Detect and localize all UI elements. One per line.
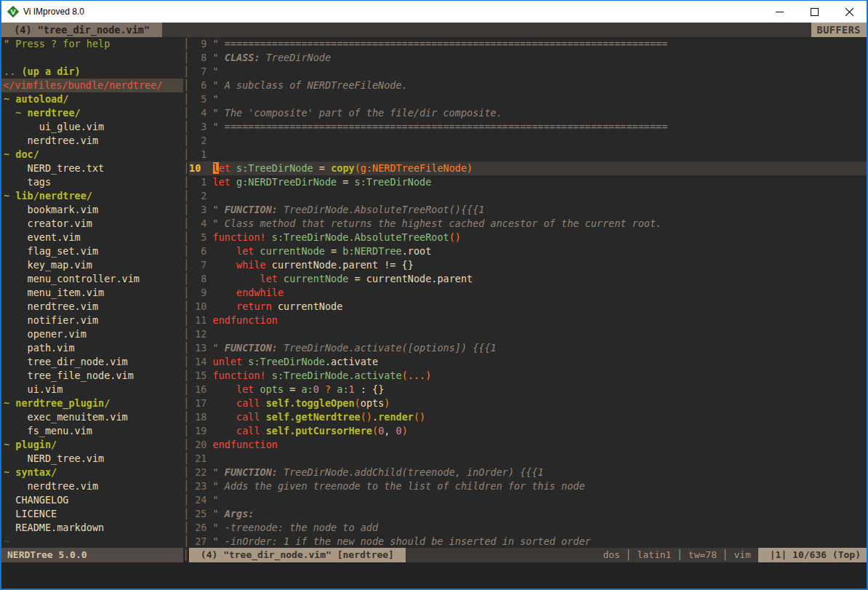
code-line[interactable]: 4 " Class method that returns the highes… bbox=[189, 217, 867, 231]
code-line[interactable]: 2 bbox=[189, 134, 867, 148]
tree-item-readme-markdown[interactable]: README.markdown bbox=[1, 521, 183, 535]
separator-glyph: │ bbox=[183, 383, 189, 396]
tree-item-path-vim[interactable]: path.vim bbox=[1, 341, 183, 355]
tree-item-changelog[interactable]: CHANGELOG bbox=[1, 493, 183, 507]
code-line[interactable]: 20 endfunction bbox=[189, 438, 867, 452]
tree-item-creator-vim[interactable]: creator.vim bbox=[1, 217, 183, 231]
code-line[interactable]: 5 " bbox=[189, 92, 867, 106]
code-line[interactable]: 8 let currentNode = currentNode.parent bbox=[189, 272, 867, 286]
code-line[interactable]: 14 unlet s:TreeDirNode.activate bbox=[189, 355, 867, 369]
code-line[interactable]: 24 " bbox=[189, 493, 867, 507]
tree-item-autoload-nerdtree[interactable]: ~ nerdtree/ bbox=[1, 106, 183, 120]
tree-root-path[interactable]: </vimfiles/bundle/nerdtree/ bbox=[1, 79, 183, 92]
separator-glyph: │ bbox=[183, 396, 189, 410]
code-line[interactable]: 13 " FUNCTION: TreeDirNode.activate([opt… bbox=[189, 341, 867, 355]
code-line[interactable]: 7 while currentNode.parent != {} bbox=[189, 258, 867, 272]
code-line[interactable]: 18 call self.getNerdtree().render() bbox=[189, 410, 867, 424]
minimize-button[interactable] bbox=[762, 1, 797, 23]
text-segment bbox=[266, 231, 272, 243]
tree-item-lib-nerdtree[interactable]: ~ lib/nerdtree/ bbox=[1, 189, 183, 203]
tree-item-ui-vim[interactable]: ui.vim bbox=[1, 383, 183, 396]
code-line[interactable]: 21 bbox=[189, 452, 867, 466]
text-segment: FUNCTION: bbox=[225, 466, 284, 478]
text-segment: plugin/ bbox=[15, 439, 57, 450]
tree-item-opener-vim[interactable]: opener.vim bbox=[1, 327, 183, 341]
code-line[interactable]: 1 let g:NERDTreeDirNode = s:TreeDirNode bbox=[189, 175, 867, 189]
code-line[interactable]: 9 " ====================================… bbox=[189, 37, 867, 51]
vim-window: V Vi IMproved 8.0 (4) "tree_dir_node.vim… bbox=[0, 0, 868, 590]
tree-item-flag-set-vim[interactable]: flag_set.vim bbox=[1, 244, 183, 258]
tree-item-doc[interactable]: ~ doc/ bbox=[1, 148, 183, 162]
tree-item-tags[interactable]: tags bbox=[1, 175, 183, 189]
code-line[interactable]: 17 call self.toggleOpen(opts) bbox=[189, 396, 867, 410]
code-line-current[interactable]: 10 let s:TreeDirNode = copy(g:NERDTreeFi… bbox=[189, 162, 867, 175]
command-line[interactable] bbox=[1, 562, 867, 589]
tree-item-event-vim[interactable]: event.vim bbox=[1, 231, 183, 244]
code-line[interactable]: 25 " Args: bbox=[189, 507, 867, 521]
text-segment: ui_glue.vim bbox=[4, 121, 104, 132]
text-segment bbox=[230, 176, 236, 188]
main-area: " Press ? for help.. (up a dir)</vimfile… bbox=[1, 37, 867, 548]
code-line[interactable]: 12 bbox=[189, 327, 867, 341]
code-line[interactable]: 11 endfunction bbox=[189, 314, 867, 327]
code-line[interactable]: 16 let opts = a:0 ? a:1 : {} bbox=[189, 383, 867, 396]
code-line[interactable]: 15 function! s:TreeDirNode.activate(...) bbox=[189, 369, 867, 383]
tab-active-tree-dir-node[interactable]: (4) "tree_dir_node.vim" bbox=[1, 23, 162, 37]
tree-item-tree-file-node-vim[interactable]: tree_file_node.vim bbox=[1, 369, 183, 383]
text-segment: ~ bbox=[4, 148, 15, 160]
tree-item-autoload[interactable]: ~ autoload/ bbox=[1, 92, 183, 106]
tree-item-notifier-vim[interactable]: notifier.vim bbox=[1, 314, 183, 327]
tree-item-plugin[interactable]: ~ plugin/ bbox=[1, 438, 183, 452]
tree-item-nerdtree-vim-lib[interactable]: nerdtree.vim bbox=[1, 300, 183, 314]
tree-item-nerdtree-vim-autoload[interactable]: nerdtree.vim bbox=[1, 134, 183, 148]
separator-glyph: │ bbox=[183, 286, 189, 300]
tree-item-menu-controller-vim[interactable]: menu_controller.vim bbox=[1, 272, 183, 286]
code-line[interactable]: 19 call self.putCursorHere(0, 0) bbox=[189, 424, 867, 438]
maximize-button[interactable] bbox=[797, 1, 832, 23]
text-segment: render bbox=[378, 411, 414, 423]
code-line[interactable]: 8 " CLASS: TreeDirNode bbox=[189, 51, 867, 65]
code-line[interactable]: 10 return currentNode bbox=[189, 300, 867, 314]
tree-item-menu-item-vim[interactable]: menu_item.vim bbox=[1, 286, 183, 300]
tree-item-fs-menu-vim[interactable]: fs_menu.vim bbox=[1, 424, 183, 438]
code-line[interactable]: 1 bbox=[189, 148, 867, 162]
text-segment: let bbox=[260, 273, 278, 284]
buffer-filler-tilde: ~ bbox=[1, 535, 183, 548]
tree-item-nerdtree-plugin[interactable]: ~ nerdtree_plugin/ bbox=[1, 396, 183, 410]
text-segment: self.getNerdtree bbox=[266, 411, 361, 423]
code-line[interactable]: 23 " Adds the given treenode to the list… bbox=[189, 479, 867, 493]
tree-item-ui-glue-vim[interactable]: ui_glue.vim bbox=[1, 120, 183, 134]
text-segment: s:TreeDirNode.AbsoluteTreeRoot bbox=[272, 231, 449, 243]
code-line[interactable]: 6 " A subclass of NERDTreeFileNode. bbox=[189, 79, 867, 92]
code-line[interactable]: 5 function! s:TreeDirNode.AbsoluteTreeRo… bbox=[189, 231, 867, 244]
tree-item-up-dir[interactable]: .. (up a dir) bbox=[1, 65, 183, 79]
tree-item-nerd-tree-vim[interactable]: NERD_tree.vim bbox=[1, 452, 183, 466]
window-separator[interactable]: │││││││││││││││││││││││││││││││││││││ bbox=[183, 37, 189, 548]
separator-glyph: │ bbox=[183, 466, 189, 479]
text-segment: currentNode bbox=[272, 300, 343, 312]
close-button[interactable] bbox=[832, 1, 867, 23]
code-line[interactable]: 4 " The 'composite' part of the file/dir… bbox=[189, 106, 867, 120]
code-line[interactable]: 3 " ====================================… bbox=[189, 120, 867, 134]
tree-item-tree-dir-node-vim[interactable]: tree_dir_node.vim bbox=[1, 355, 183, 369]
tree-item-nerd-tree-txt[interactable]: NERD_tree.txt bbox=[1, 162, 183, 175]
code-line[interactable]: 26 " -treenode: the node to add bbox=[189, 521, 867, 535]
tree-item-licence[interactable]: LICENCE bbox=[1, 507, 183, 521]
code-line[interactable]: 7 " bbox=[189, 65, 867, 79]
code-line[interactable]: 2 bbox=[189, 189, 867, 203]
text-segment: creator.vim bbox=[4, 218, 92, 229]
tree-item-bookmark-vim[interactable]: bookmark.vim bbox=[1, 203, 183, 217]
code-line[interactable]: 3 " FUNCTION: TreeDirNode.AbsoluteTreeRo… bbox=[189, 203, 867, 217]
code-line[interactable]: 22 " FUNCTION: TreeDirNode.addChild(tree… bbox=[189, 466, 867, 479]
text-segment: 0 bbox=[313, 383, 319, 395]
text-segment: " bbox=[213, 494, 219, 506]
tree-item-exec-menuitem-vim[interactable]: exec_menuitem.vim bbox=[1, 410, 183, 424]
text-segment: () bbox=[361, 411, 372, 423]
code-line[interactable]: 6 let currentNode = b:NERDTree.root bbox=[189, 244, 867, 258]
tree-item-syntax[interactable]: ~ syntax/ bbox=[1, 466, 183, 479]
tree-item-key-map-vim[interactable]: key_map.vim bbox=[1, 258, 183, 272]
code-line[interactable]: 27 " -inOrder: 1 if the new node should … bbox=[189, 535, 867, 548]
separator-glyph: │ bbox=[183, 120, 189, 134]
tree-item-nerdtree-vim-syntax[interactable]: nerdtree.vim bbox=[1, 479, 183, 493]
code-line[interactable]: 9 endwhile bbox=[189, 286, 867, 300]
